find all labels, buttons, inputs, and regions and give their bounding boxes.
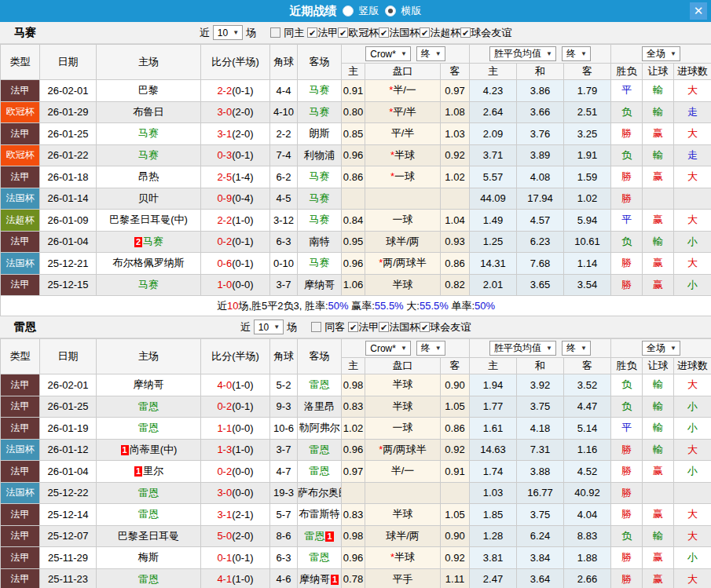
away-team: 马赛 xyxy=(298,253,342,275)
league-checkbox[interactable]: ✔ xyxy=(307,27,317,38)
avg-draw: 4.18 xyxy=(517,418,564,440)
odds-away: 1.03 xyxy=(441,123,470,145)
avg-select[interactable]: 胜平负均值▼ xyxy=(489,341,556,356)
league-checkbox[interactable]: ✔ xyxy=(420,27,430,38)
fullmatch-select[interactable]: 全场▼ xyxy=(642,46,680,61)
result-handicap: 輸 xyxy=(643,101,674,123)
match-type: 法超杯 xyxy=(1,210,40,232)
handicap-text: 一球 xyxy=(393,214,413,225)
halftime-score: (0-0) xyxy=(232,422,253,434)
home-team: 梅斯 xyxy=(97,547,201,569)
league-label[interactable]: 法甲 xyxy=(358,320,379,334)
league-label[interactable]: 法超杯 xyxy=(430,26,460,40)
odds-away: 0.90 xyxy=(441,374,470,396)
match-count-select[interactable]: 10▼ xyxy=(254,320,284,334)
final-avg-select[interactable]: 终▼ xyxy=(562,46,591,61)
away-team: 马赛 xyxy=(298,80,342,102)
league-checkbox[interactable]: ✔ xyxy=(379,27,389,38)
same-venue-checkbox[interactable] xyxy=(270,27,280,38)
team-label: 雷恩 xyxy=(310,465,330,477)
same-venue-label[interactable]: 同客 xyxy=(324,320,345,334)
final-odds-select[interactable]: 终▼ xyxy=(416,46,445,61)
same-venue-label[interactable]: 同主 xyxy=(284,26,304,40)
layout-radio-horizontal-label[interactable]: 横版 xyxy=(401,4,422,18)
fulltime-score: 0-6 xyxy=(217,257,232,269)
home-team: 马赛 xyxy=(97,144,201,166)
odds-home: 0.83 xyxy=(342,504,365,526)
avg-home: 2.64 xyxy=(470,101,517,123)
result-handicap: 輸 xyxy=(643,439,674,461)
halftime-score: (1-4) xyxy=(232,171,253,183)
match-score: 2-5(1-4) xyxy=(201,166,270,188)
avg-home: 44.09 xyxy=(470,188,517,210)
avg-draw: 4.08 xyxy=(517,166,564,188)
fulltime-score: 2-5 xyxy=(217,171,232,183)
result-handicap: 赢 xyxy=(643,547,674,569)
league-checkbox[interactable]: ✔ xyxy=(348,322,358,332)
league-checkbox[interactable]: ✔ xyxy=(338,27,348,38)
avg-select[interactable]: 胜平负均值▼ xyxy=(489,46,556,61)
handicap: 平手 xyxy=(365,568,441,588)
handicap-text: 半球 xyxy=(394,149,415,161)
corner-score: 6-3 xyxy=(270,547,298,569)
layout-radio-horizontal[interactable] xyxy=(385,5,396,16)
layout-radio-vertical-label[interactable]: 竖版 xyxy=(359,4,379,18)
col-avg-home: 主 xyxy=(470,64,517,80)
league-checkbox[interactable]: ✔ xyxy=(379,322,389,332)
odds-home: 0.85 xyxy=(342,123,365,145)
match-type: 法甲 xyxy=(1,166,40,188)
same-venue-checkbox[interactable] xyxy=(311,322,321,332)
team-label: 巴黎圣日耳曼(中) xyxy=(109,214,188,225)
result-goals: 小 xyxy=(674,461,711,483)
avg-away: 1.59 xyxy=(564,166,611,188)
result-goals: 小 xyxy=(674,274,711,296)
home-team: 雷恩 xyxy=(97,482,201,504)
halftime-score: (1-0) xyxy=(232,379,253,391)
avg-group-header: 胜平负均值▼ 终▼ xyxy=(470,339,611,358)
match-score: 3-0(2-0) xyxy=(201,101,270,123)
final-odds-select[interactable]: 终▼ xyxy=(416,341,445,356)
result-wdl: 勝 xyxy=(611,461,643,483)
league-checkbox[interactable]: ✔ xyxy=(460,27,471,38)
result-goals: 大 xyxy=(674,439,711,461)
odds-away: 0.86 xyxy=(441,418,470,440)
fulltime-score: 0-2 xyxy=(217,236,232,247)
avg-draw: 3.92 xyxy=(517,374,564,396)
match-count-select[interactable]: 10▼ xyxy=(213,25,243,40)
corner-score: 8-6 xyxy=(270,525,298,547)
avg-draw: 6.24 xyxy=(517,525,564,547)
final-avg-select[interactable]: 终▼ xyxy=(562,341,591,356)
fullmatch-select[interactable]: 全场▼ xyxy=(642,341,680,356)
result-goals: 大 xyxy=(674,504,711,526)
league-label[interactable]: 法国杯 xyxy=(389,26,420,40)
odds-away: 0.82 xyxy=(441,274,470,296)
match-score: 0-6(0-1) xyxy=(201,253,270,275)
odds-away: 0.86 xyxy=(441,253,470,275)
league-label[interactable]: 球会友谊 xyxy=(471,26,511,40)
radio-dot xyxy=(388,9,393,13)
team-label: 尚蒂里(中) xyxy=(130,444,178,455)
match-date: 25-12-15 xyxy=(40,274,97,296)
avg-away: 3.52 xyxy=(564,374,611,396)
team-label: 朗斯 xyxy=(310,127,330,139)
team-label: 雷恩 xyxy=(138,573,159,585)
league-label[interactable]: 法国杯 xyxy=(389,320,420,334)
league-label[interactable]: 球会友谊 xyxy=(430,320,471,334)
league-checkbox[interactable]: ✔ xyxy=(420,322,430,332)
close-button[interactable]: ✕ xyxy=(690,2,707,20)
bookmaker-select[interactable]: Crow*▼ xyxy=(365,46,411,61)
handicap xyxy=(365,188,441,210)
league-label[interactable]: 欧冠杯 xyxy=(348,26,379,40)
match-score: 4-0(1-0) xyxy=(201,374,270,396)
handicap-text: 一球 xyxy=(393,422,413,433)
corner-score: 4-7 xyxy=(270,461,298,483)
league-label[interactable]: 法甲 xyxy=(317,26,338,40)
layout-radio-vertical[interactable] xyxy=(343,5,354,16)
col-handicap-result: 让球 xyxy=(643,358,674,374)
odds-away: 1.11 xyxy=(441,568,470,588)
fulltime-score: 2-2 xyxy=(217,214,232,226)
avg-draw: 3.76 xyxy=(517,123,564,145)
result-handicap: 赢 xyxy=(643,253,674,275)
bookmaker-select[interactable]: Crow*▼ xyxy=(365,341,411,356)
match-type: 法甲 xyxy=(1,418,40,440)
